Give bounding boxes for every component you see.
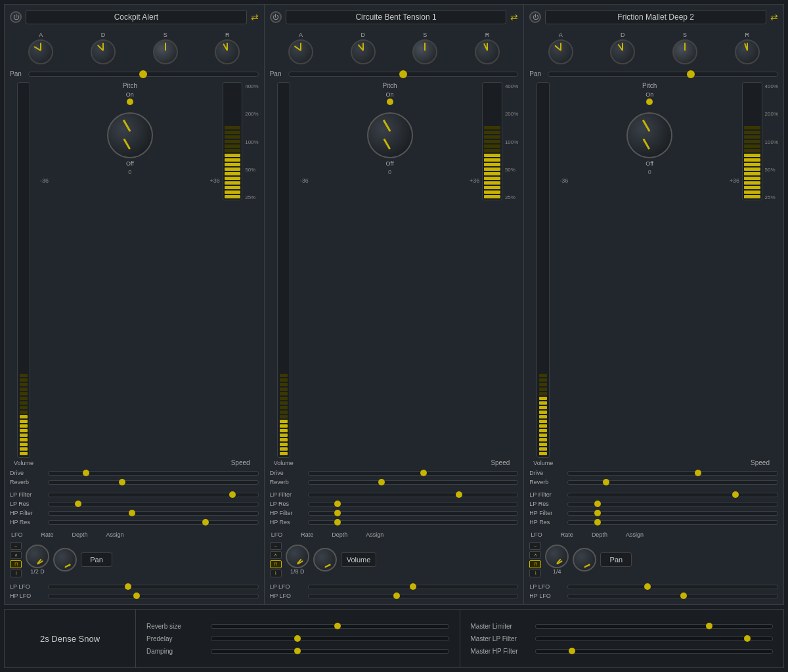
hp-filter-slider[interactable] xyxy=(308,511,519,516)
predelay-thumb xyxy=(294,635,301,642)
speed-fader[interactable] xyxy=(482,82,502,200)
reverb-slider[interactable] xyxy=(308,480,519,485)
pitch-knob[interactable] xyxy=(626,112,672,158)
rnd-wave-button[interactable]: ⌇ xyxy=(529,570,541,577)
lfo-wave-buttons: ~ ∧ ⊓ ⌇ xyxy=(10,542,22,577)
reverb-slider[interactable] xyxy=(48,480,259,485)
pitch-on-button[interactable] xyxy=(646,99,653,105)
lfo-rate-knob[interactable] xyxy=(26,545,49,568)
lfo-assign-value[interactable]: Pan xyxy=(600,552,632,567)
hp-res-slider[interactable] xyxy=(48,520,259,525)
pan-slider[interactable] xyxy=(548,72,778,77)
hp-res-thumb xyxy=(334,519,341,526)
lfo-depth-knob[interactable] xyxy=(53,548,77,571)
drive-slider[interactable] xyxy=(48,471,259,476)
hp-filter-slider[interactable] xyxy=(48,511,259,516)
drive-slider[interactable] xyxy=(567,471,778,476)
tri-wave-button[interactable]: ∧ xyxy=(270,551,282,559)
on-label: On xyxy=(126,91,134,98)
rnd-wave-button[interactable]: ⌇ xyxy=(270,570,282,577)
volume-fader[interactable] xyxy=(277,82,290,458)
adsr-knob-a-control[interactable] xyxy=(288,39,313,64)
adsr-knob-d-control[interactable] xyxy=(610,39,635,64)
adsr-knob-d-control[interactable] xyxy=(351,39,376,64)
speed-fader[interactable] xyxy=(223,82,243,200)
lp-res-slider[interactable] xyxy=(567,502,778,506)
master-hp-slider[interactable] xyxy=(535,649,774,654)
pitch-knob[interactable] xyxy=(367,112,413,158)
sq-wave-button[interactable]: ⊓ xyxy=(529,560,541,568)
pan-slider[interactable] xyxy=(288,72,519,77)
shuffle-button[interactable]: ⇄ xyxy=(770,12,778,22)
lp-lfo-slider[interactable] xyxy=(48,585,259,589)
hp-lfo-slider[interactable] xyxy=(48,594,259,598)
hp-res-slider[interactable] xyxy=(308,520,519,525)
adsr-knob-r-control[interactable] xyxy=(735,39,760,64)
lfo-depth-knob[interactable] xyxy=(313,548,337,571)
speed-segment xyxy=(225,140,241,143)
lfo-depth-knob[interactable] xyxy=(573,548,596,571)
reverb-thumb xyxy=(119,479,125,485)
sine-wave-button[interactable]: ~ xyxy=(529,542,541,550)
adsr-knob-a-control[interactable] xyxy=(548,39,573,64)
fader-segment xyxy=(20,434,28,437)
predelay-slider[interactable] xyxy=(211,637,449,641)
power-button[interactable]: ⏻ xyxy=(10,11,22,23)
power-button[interactable]: ⏻ xyxy=(270,11,282,23)
lp-lfo-slider[interactable] xyxy=(308,585,519,589)
lfo-rate-knob[interactable] xyxy=(545,545,569,568)
master-lp-slider[interactable] xyxy=(535,637,774,641)
lp-filter-slider[interactable] xyxy=(48,493,259,497)
adsr-knob-r-control[interactable] xyxy=(475,39,500,64)
pitch-on-button[interactable] xyxy=(387,99,393,105)
lfo-assign-value[interactable]: Volume xyxy=(341,552,377,567)
hp-res-slider[interactable] xyxy=(567,520,778,525)
lfo-rate-knob[interactable] xyxy=(286,545,309,568)
master-limiter-slider[interactable] xyxy=(535,624,774,629)
pitch-knob[interactable] xyxy=(107,112,153,158)
drive-row: Drive xyxy=(10,470,259,476)
drive-slider[interactable] xyxy=(308,471,519,476)
fader-segment xyxy=(539,374,547,377)
reverb-slider[interactable] xyxy=(567,480,778,485)
hp-res-label: HP Res xyxy=(270,519,304,526)
lp-res-slider[interactable] xyxy=(48,502,259,506)
drive-thumb xyxy=(83,470,89,476)
adsr-knob-s-control[interactable] xyxy=(153,39,178,64)
sq-wave-button[interactable]: ⊓ xyxy=(270,560,282,568)
pitch-on-button[interactable] xyxy=(127,99,133,105)
adsr-label-r: R xyxy=(485,32,490,38)
speed-fader[interactable] xyxy=(742,82,762,200)
volume-fader[interactable] xyxy=(17,82,30,458)
sine-wave-button[interactable]: ~ xyxy=(10,542,22,550)
speed-segment xyxy=(484,135,500,139)
power-button[interactable]: ⏻ xyxy=(529,11,541,23)
lp-lfo-slider[interactable] xyxy=(567,585,778,589)
pan-slider[interactable] xyxy=(28,72,259,77)
shuffle-button[interactable]: ⇄ xyxy=(510,12,518,22)
rnd-wave-button[interactable]: ⌇ xyxy=(10,570,22,577)
lfo-assign-value[interactable]: Pan xyxy=(81,552,112,567)
volume-label: Volume xyxy=(274,460,294,466)
adsr-knob-s-control[interactable] xyxy=(672,39,697,64)
hp-filter-slider[interactable] xyxy=(567,511,778,516)
tri-wave-button[interactable]: ∧ xyxy=(10,551,22,559)
sq-wave-button[interactable]: ⊓ xyxy=(10,560,22,568)
shuffle-button[interactable]: ⇄ xyxy=(251,12,259,22)
volume-fader[interactable] xyxy=(536,82,550,458)
hp-lfo-slider[interactable] xyxy=(308,594,519,598)
adsr-knob-a-control[interactable] xyxy=(28,39,53,64)
reverb-size-slider[interactable] xyxy=(211,624,449,629)
lp-res-slider[interactable] xyxy=(308,502,519,506)
adsr-knob-s-control[interactable] xyxy=(412,39,437,64)
lp-filter-slider[interactable] xyxy=(567,493,778,497)
hp-lfo-slider[interactable] xyxy=(567,594,778,598)
sine-wave-button[interactable]: ~ xyxy=(270,542,282,550)
lp-filter-slider[interactable] xyxy=(308,493,519,497)
adsr-knob-r-control[interactable] xyxy=(215,39,240,64)
adsr-knob-d-control[interactable] xyxy=(91,39,116,64)
lfo-rate-value: 1/4 xyxy=(553,568,561,575)
tri-wave-button[interactable]: ∧ xyxy=(529,551,541,559)
damping-slider[interactable] xyxy=(211,649,449,654)
pitch-range: -36 +36 xyxy=(40,177,220,184)
